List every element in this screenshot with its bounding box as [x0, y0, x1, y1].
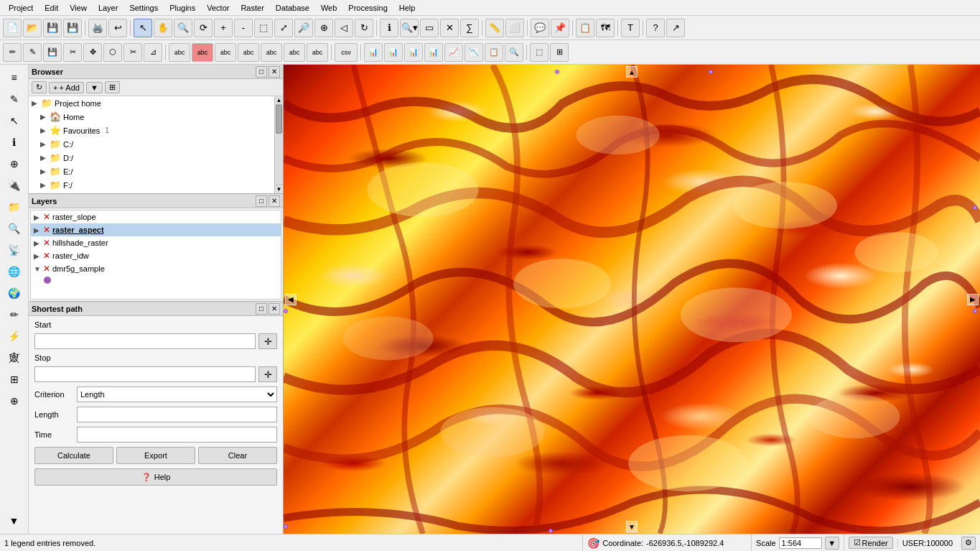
ruler-button[interactable]: 📏 [485, 19, 504, 37]
layers-maximize-btn[interactable]: □ [256, 195, 267, 207]
scale-dropdown-btn[interactable]: ▼ [825, 537, 839, 550]
scroll-up-btn[interactable]: ▲ [275, 96, 283, 105]
edit-button[interactable]: ✎ [23, 43, 42, 62]
tree-item-project-home[interactable]: ▶ 📁 Project home [29, 96, 274, 110]
sidebar-lightning-btn[interactable]: ⚡ [4, 326, 25, 346]
zoom-dropdown-button[interactable]: 🔍▾ [400, 19, 419, 37]
menu-project[interactable]: Project [3, 2, 39, 14]
undo-button[interactable]: ↩ [108, 19, 127, 37]
edit2-button[interactable]: ✂ [63, 43, 82, 62]
annotation2-button[interactable]: 📌 [551, 19, 569, 37]
menu-layer[interactable]: Layer [93, 2, 124, 14]
layer-item-raster-aspect[interactable]: ▶ ✕ raster_aspect [31, 223, 281, 236]
chart-btn7[interactable]: 📋 [485, 43, 503, 62]
layer-visible-icon-5[interactable]: ✕ [43, 264, 50, 274]
menu-web[interactable]: Web [315, 2, 342, 14]
zoom-in2-button[interactable]: + [214, 19, 233, 37]
menu-raster[interactable]: Raster [235, 2, 269, 14]
sidebar-select-btn[interactable]: ↖ [4, 111, 25, 131]
layer-item-raster-idw[interactable]: ▶ ✕ raster_idw [31, 249, 281, 262]
open-project-button[interactable]: 📂 [23, 19, 42, 37]
save-project-button[interactable]: 💾 [43, 19, 62, 37]
tree-item-home[interactable]: ▶ 🏠 Home [29, 110, 274, 124]
select-tool-button[interactable]: ↖ [134, 19, 152, 37]
statistics-button[interactable]: ∑ [460, 19, 479, 37]
render-button[interactable]: ☑ Render [849, 537, 893, 549]
browser-maximize-btn[interactable]: □ [256, 66, 267, 78]
calculate-button[interactable]: Calculate [34, 447, 113, 464]
sidebar-plugins-btn[interactable]: 🔌 [4, 175, 25, 195]
map-nav-bottom[interactable]: ▼ [626, 521, 638, 532]
sidebar-browser-btn[interactable]: 📁 [4, 197, 25, 217]
refresh-button[interactable]: ↻ [355, 19, 373, 37]
menu-plugins[interactable]: Plugins [164, 2, 201, 14]
cut-button[interactable]: ✂ [123, 43, 142, 62]
zoom-selection-button[interactable]: 🔎 [294, 19, 313, 37]
layers-close-btn[interactable]: ✕ [269, 195, 280, 207]
menu-settings[interactable]: Settings [123, 2, 164, 14]
select-rect-button[interactable]: ▭ [420, 19, 439, 37]
chart-btn4[interactable]: 📊 [424, 43, 443, 62]
criterion-select[interactable]: Length Time [77, 386, 277, 402]
sidebar-map-tips-btn[interactable]: ℹ [4, 132, 25, 152]
shortest-maximize-btn[interactable]: □ [256, 303, 267, 315]
layer-visible-icon-4[interactable]: ✕ [43, 251, 50, 261]
browser-scrollbar[interactable]: ▲ ▼ [274, 96, 283, 193]
layer-visible-icon-2[interactable]: ✕ [43, 225, 50, 235]
layout-button[interactable]: 📋 [576, 19, 594, 37]
move-button[interactable]: ✥ [83, 43, 102, 62]
map-nav-top[interactable]: ▲ [626, 66, 638, 78]
stop-input[interactable] [34, 366, 256, 382]
sidebar-globe-btn[interactable]: 🌐 [4, 261, 25, 282]
zoom-previous-button[interactable]: ◁ [335, 19, 353, 37]
chart-btn2[interactable]: 📊 [384, 43, 403, 62]
pan-map-button[interactable]: ⤢ [274, 19, 293, 37]
layout2-button[interactable]: 🗺 [596, 19, 615, 37]
chart-btn8[interactable]: 🔍 [505, 43, 523, 62]
label-btn6[interactable]: abc [284, 43, 305, 62]
save-edits-button[interactable]: 💾 [43, 43, 62, 62]
extra-btn1[interactable]: ⬚ [530, 43, 549, 62]
label-btn2[interactable]: abc [192, 43, 213, 62]
tree-item-e-drive[interactable]: ▶ 📁 E:/ [29, 165, 274, 178]
map-area[interactable]: ▲ ▼ ◀ ▶ [284, 65, 980, 534]
label-btn1[interactable]: abc [169, 43, 190, 62]
tree-item-c-drive[interactable]: ▶ 📁 C:/ [29, 137, 274, 151]
chart-btn6[interactable]: 📉 [465, 43, 483, 62]
new-project-button[interactable]: 📄 [3, 19, 22, 37]
stop-pick-btn[interactable]: ✛ [258, 366, 277, 382]
sidebar-layers-btn[interactable]: ≡ [4, 68, 25, 88]
shortest-close-btn[interactable]: ✕ [269, 303, 280, 315]
scroll-thumb[interactable] [276, 105, 282, 134]
browser-close-btn[interactable]: ✕ [269, 66, 280, 78]
length-input[interactable] [77, 407, 277, 422]
sidebar-extra-btn[interactable]: ⊕ [4, 391, 25, 411]
map-nav-right[interactable]: ▶ [967, 294, 979, 305]
pan-tool-button[interactable]: ✋ [154, 19, 172, 37]
layer-item-hillshade[interactable]: ▶ ✕ hillshade_raster [31, 236, 281, 249]
label-btn5[interactable]: abc [261, 43, 282, 62]
sidebar-edit2-btn[interactable]: ✏ [4, 305, 25, 325]
cursor-button[interactable]: ↗ [666, 19, 685, 37]
extra-btn2[interactable]: ⊞ [550, 43, 569, 62]
digitize-button[interactable]: ✏ [3, 43, 22, 62]
sidebar-digitize-btn[interactable]: ✎ [4, 89, 25, 109]
scale-input[interactable] [779, 537, 822, 549]
menu-database[interactable]: Database [270, 2, 315, 14]
print-button[interactable]: 🖨️ [88, 19, 107, 37]
status-settings-btn[interactable]: ⚙ [961, 537, 976, 550]
deselect-button[interactable]: ✕ [440, 19, 459, 37]
chart-btn5[interactable]: 📈 [444, 43, 463, 62]
rotate-button[interactable]: ⟳ [194, 19, 213, 37]
browser-view-btn[interactable]: ⊞ [105, 81, 120, 93]
clear-button[interactable]: Clear [198, 447, 277, 464]
browser-filter-btn[interactable]: ▼ [86, 82, 103, 93]
text-button[interactable]: T [621, 19, 640, 37]
sidebar-locator-btn[interactable]: 🔍 [4, 218, 25, 239]
layer-visible-icon-3[interactable]: ✕ [43, 238, 50, 248]
tree-item-f-drive[interactable]: ▶ 📁 F:/ [29, 178, 274, 192]
sidebar-globe2-btn[interactable]: 🌍 [4, 283, 25, 303]
menu-view[interactable]: View [64, 2, 93, 14]
chart-btn3[interactable]: 📊 [404, 43, 423, 62]
zoom-full-button[interactable]: ⬚ [254, 19, 273, 37]
